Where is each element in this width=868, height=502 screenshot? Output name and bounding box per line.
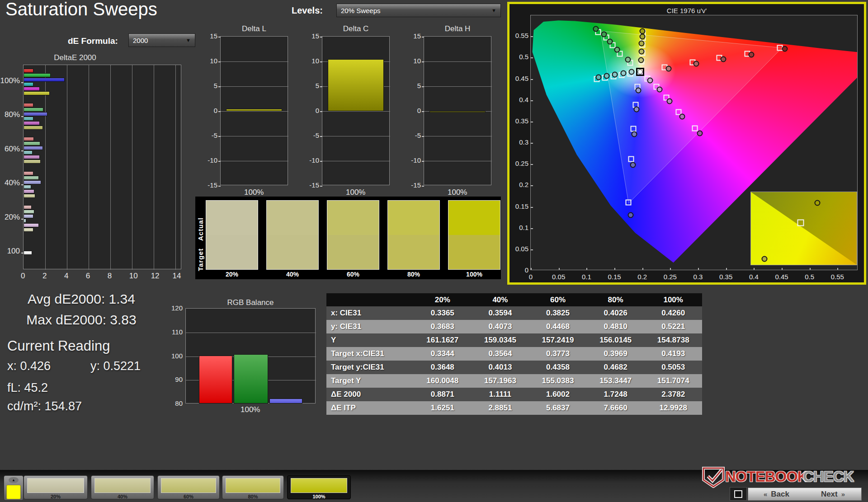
measured-point-cyan: [629, 69, 635, 75]
delta-e2000-plot: [23, 65, 181, 269]
delta_c-plot: [322, 36, 390, 185]
cie-x-tick-label: 0.15: [608, 273, 621, 281]
column-header-20%: 20%: [414, 293, 472, 306]
measured-point-cyan: [604, 73, 609, 79]
thumbnail-label: 40%: [91, 494, 154, 499]
cie-y-tick-label: 0.05: [510, 245, 528, 253]
cie-x-tick-label: 0.4: [747, 273, 760, 281]
thumbnail-label: 100%: [288, 494, 350, 499]
thumbnail-100%[interactable]: 100%: [287, 475, 351, 499]
de-bar-60%-0: [24, 137, 34, 141]
table-cell: 0.3969: [587, 347, 645, 361]
de-bar-40%-2: [24, 180, 41, 184]
table-grid: 20%40%60%80%100%x: CIE310.33650.35940.38…: [326, 293, 702, 415]
cie-x-tick-label: 0.5: [803, 273, 816, 281]
column-header-80%: 80%: [587, 293, 645, 306]
table-cell: 5.6837: [529, 401, 587, 415]
measured-point-red: [720, 56, 726, 62]
measured-point-green: [614, 47, 620, 53]
actual-row-label: Actual: [197, 209, 204, 241]
x-tick-label: 8: [108, 272, 112, 281]
gridline: [110, 65, 111, 270]
axis-tick: [320, 186, 322, 187]
thumbnail-60%[interactable]: 60%: [157, 475, 220, 499]
thumbnail-20%[interactable]: 20%: [24, 475, 88, 499]
de-bar-100%-0: [24, 69, 33, 73]
cie-inset-zoom: [750, 192, 857, 265]
column-header-60%: 60%: [529, 293, 587, 306]
current-x-value: x: 0.426: [7, 359, 51, 373]
measured-point-blue: [634, 106, 640, 112]
axis-tick: [422, 111, 424, 112]
de-bar-80%-3: [24, 117, 33, 121]
swatch-actual: [388, 201, 439, 235]
table-cell: 154.8738: [644, 333, 702, 347]
de-bar-60%-2: [24, 146, 43, 150]
y-group-label: 40%: [0, 178, 20, 188]
levels-label: Levels:: [292, 5, 323, 16]
y-group-label: 60%: [0, 145, 20, 154]
delta_l-bar: [226, 109, 282, 112]
axis-tick: [320, 37, 322, 38]
logo-text-check: CHECK: [803, 468, 854, 485]
window-restore-button[interactable]: [730, 487, 747, 501]
axis-tick: [586, 268, 587, 270]
gridline: [221, 111, 288, 112]
table-cell: 0.4682: [587, 361, 645, 374]
y-tick-label: -15: [306, 181, 319, 189]
de-bar-100%-5: [24, 91, 50, 95]
row-label: Target Y: [326, 374, 414, 388]
axis-tick: [531, 122, 533, 122]
cie-y-tick-label: 0.2: [510, 181, 528, 188]
measured-point-red: [665, 66, 671, 71]
axis-tick: [218, 186, 221, 187]
gridline: [322, 161, 390, 161]
de-bar-100-0: [24, 251, 32, 255]
y-tick-label: 0: [204, 107, 217, 114]
axis-tick: [782, 268, 783, 270]
de-bar-100%-1: [24, 73, 51, 77]
back-button[interactable]: « Back: [748, 488, 805, 501]
notebookcheck-shield-icon: [702, 466, 725, 488]
table-cell: 0.3648: [414, 361, 472, 374]
y-tick-label: 120: [167, 304, 183, 312]
scroll-up-icon[interactable]: ▲: [9, 477, 19, 483]
table-cell: 0.3344: [414, 347, 472, 361]
table-cell: 0.8871: [414, 388, 472, 401]
table-cell: 0.4073: [472, 320, 529, 333]
current-color-chip[interactable]: [6, 485, 21, 499]
measured-point-yellow: [639, 41, 645, 47]
thumbnail-40%[interactable]: 40%: [91, 475, 154, 499]
axis-tick: [531, 143, 533, 144]
y-tick-label: 10: [204, 57, 217, 65]
de-bar-80%-0: [24, 103, 33, 107]
measured-point-cyan: [612, 72, 618, 78]
gridline: [221, 86, 288, 87]
de-bar-80%-2: [24, 112, 47, 116]
measured-point-green: [607, 39, 613, 45]
de-bar-20%-3: [24, 219, 26, 223]
axis-tick: [698, 268, 699, 270]
cie-x-tick-label: 0: [524, 273, 538, 281]
column-header-40%: 40%: [472, 293, 529, 306]
measured-point-green: [593, 26, 599, 32]
chart-title: Delta H: [445, 24, 471, 33]
swatch-label: 80%: [387, 271, 440, 278]
y-tick-label: 10: [407, 57, 421, 65]
y-tick-label: 80: [167, 399, 183, 407]
swatch-target: [327, 235, 379, 269]
table-cell: 0.4810: [587, 320, 645, 333]
current-fl-value: fL: 45.2: [7, 381, 48, 395]
rgb-balance-plot: [185, 308, 316, 403]
y-tick-label: 15: [407, 32, 421, 40]
de-formula-dropdown[interactable]: 2000 ▼: [128, 33, 195, 47]
y-tick-label: 110: [167, 328, 183, 336]
levels-dropdown[interactable]: 20% Sweeps ▼: [336, 4, 501, 17]
next-button[interactable]: Next »: [805, 488, 862, 501]
measured-point-blue: [632, 131, 637, 137]
next-button-label: Next: [821, 490, 838, 499]
y-tick-label: -15: [204, 181, 217, 189]
table-cell: 1.6251: [414, 401, 472, 415]
thumbnail-80%[interactable]: 80%: [222, 475, 284, 499]
current-cdm2-value: cd/m²: 154.87: [7, 399, 82, 413]
